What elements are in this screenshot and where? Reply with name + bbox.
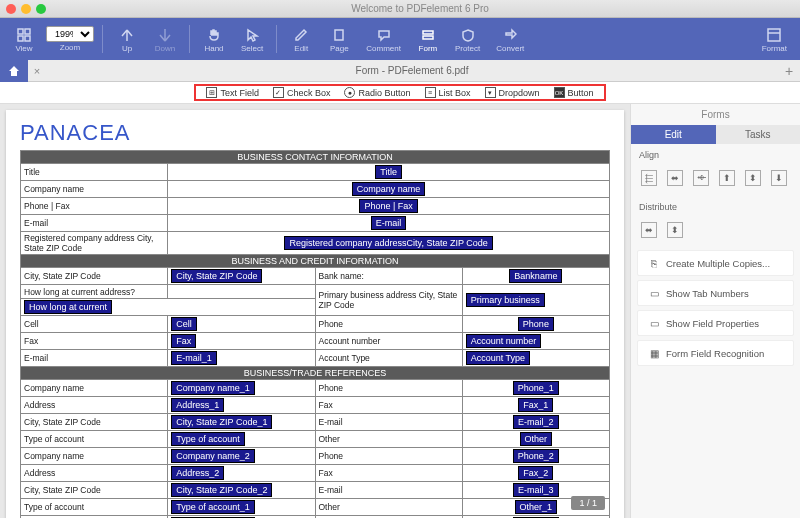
panel-title: Forms bbox=[631, 104, 800, 125]
align-bottom-icon[interactable]: ⬇ bbox=[771, 170, 787, 186]
form-field[interactable]: Account Type bbox=[466, 351, 530, 365]
hand-button[interactable]: Hand bbox=[198, 24, 230, 55]
form-field[interactable]: Fax bbox=[171, 334, 196, 348]
field-recognition-item[interactable]: ▦Form Field Recognition bbox=[637, 340, 794, 366]
form-field[interactable]: Fax_1 bbox=[518, 398, 553, 412]
form-field[interactable]: Fax_2 bbox=[518, 466, 553, 480]
select-button[interactable]: Select bbox=[236, 24, 268, 55]
document-viewport[interactable]: PANACEA BUSINESS CONTACT INFORMATION Tit… bbox=[0, 104, 630, 518]
show-tab-numbers-item[interactable]: ▭Show Tab Numbers bbox=[637, 280, 794, 306]
close-tab-icon[interactable]: × bbox=[28, 65, 46, 77]
form-table: BUSINESS CONTACT INFORMATION TitleTitle … bbox=[20, 150, 610, 518]
page-button[interactable]: Page bbox=[323, 24, 355, 55]
align-label: Align bbox=[631, 144, 800, 166]
button-icon: OK bbox=[554, 87, 565, 98]
distribute-icons: ⬌ ⬍ bbox=[631, 218, 800, 248]
form-field[interactable]: E-mail_2 bbox=[513, 415, 559, 429]
form-field[interactable]: Type of account bbox=[171, 432, 245, 446]
tab-tasks[interactable]: Tasks bbox=[716, 125, 801, 144]
convert-button[interactable]: Convert bbox=[491, 24, 529, 55]
radio-tool[interactable]: ●Radio Button bbox=[344, 87, 410, 98]
view-button[interactable]: View bbox=[8, 24, 40, 55]
form-field[interactable]: City, State ZIP Code_2 bbox=[171, 483, 272, 497]
form-field[interactable]: Cell bbox=[171, 317, 197, 331]
zoom-group: 199% Zoom bbox=[46, 26, 94, 52]
svg-rect-4 bbox=[335, 30, 343, 40]
comment-button[interactable]: Comment bbox=[361, 24, 406, 55]
align-middle-icon[interactable]: ⬍ bbox=[745, 170, 761, 186]
tabnum-icon: ▭ bbox=[648, 287, 660, 299]
form-button[interactable]: Form bbox=[412, 24, 444, 55]
form-field[interactable]: Bankname bbox=[509, 269, 562, 283]
close-window-icon[interactable] bbox=[6, 4, 16, 14]
section-header: BUSINESS AND CREDIT INFORMATION bbox=[21, 255, 610, 268]
textfield-tool[interactable]: ⊞Text Field bbox=[206, 87, 259, 98]
maximize-window-icon[interactable] bbox=[36, 4, 46, 14]
form-field[interactable]: Phone bbox=[518, 317, 554, 331]
distribute-h-icon[interactable]: ⬌ bbox=[641, 222, 657, 238]
format-button[interactable]: Format bbox=[757, 24, 792, 55]
dropdown-tool[interactable]: ▾Dropdown bbox=[485, 87, 540, 98]
protect-button[interactable]: Protect bbox=[450, 24, 485, 55]
align-center-icon[interactable]: ⬌ bbox=[667, 170, 683, 186]
align-left-icon[interactable]: ⬱ bbox=[641, 170, 657, 186]
show-properties-item[interactable]: ▭Show Field Properties bbox=[637, 310, 794, 336]
form-field[interactable]: Phone | Fax bbox=[359, 199, 417, 213]
form-field[interactable]: Phone_2 bbox=[513, 449, 559, 463]
panel-tabs: Edit Tasks bbox=[631, 125, 800, 144]
form-field[interactable]: Other bbox=[520, 432, 553, 446]
section-header: BUSINESS/TRADE REFERENCES bbox=[21, 367, 610, 380]
align-icons: ⬱ ⬌ ⬲ ⬆ ⬍ ⬇ bbox=[631, 166, 800, 196]
props-icon: ▭ bbox=[648, 317, 660, 329]
copies-icon: ⎘ bbox=[648, 257, 660, 269]
page-indicator: 1 / 1 bbox=[571, 496, 605, 510]
form-field[interactable]: How long at current bbox=[24, 300, 112, 314]
down-button[interactable]: Down bbox=[149, 24, 181, 55]
up-button[interactable]: Up bbox=[111, 24, 143, 55]
form-field[interactable]: City, State ZIP Code_1 bbox=[171, 415, 272, 429]
form-field[interactable]: City, State ZIP Code bbox=[171, 269, 262, 283]
ribbon-toolbar: View 199% Zoom Up Down Hand Select Edit … bbox=[0, 18, 800, 60]
form-field[interactable]: Primary business bbox=[466, 293, 545, 307]
tab-edit[interactable]: Edit bbox=[631, 125, 716, 144]
minimize-window-icon[interactable] bbox=[21, 4, 31, 14]
button-tool[interactable]: OKButton bbox=[554, 87, 594, 98]
form-field[interactable]: E-mail bbox=[371, 216, 407, 230]
window-title: Welcome to PDFelement 6 Pro bbox=[46, 3, 794, 14]
svg-rect-3 bbox=[25, 36, 30, 41]
zoom-select[interactable]: 199% bbox=[46, 26, 94, 42]
form-field[interactable]: Phone_1 bbox=[513, 381, 559, 395]
svg-rect-0 bbox=[18, 29, 23, 34]
svg-rect-6 bbox=[423, 36, 433, 39]
form-field[interactable]: Account number bbox=[466, 334, 542, 348]
form-field[interactable]: Title bbox=[375, 165, 402, 179]
form-field[interactable]: Address_1 bbox=[171, 398, 224, 412]
form-field[interactable]: Company name bbox=[352, 182, 426, 196]
section-header: BUSINESS CONTACT INFORMATION bbox=[21, 151, 610, 164]
radio-icon: ● bbox=[344, 87, 355, 98]
form-field[interactable]: Other_1 bbox=[515, 500, 558, 514]
form-field[interactable]: Type of account_1 bbox=[171, 500, 255, 514]
checkbox-tool[interactable]: ✓Check Box bbox=[273, 87, 331, 98]
form-field[interactable]: Registered company addressCity, State ZI… bbox=[284, 236, 492, 250]
align-right-icon[interactable]: ⬲ bbox=[693, 170, 709, 186]
form-field[interactable]: Company name_1 bbox=[171, 381, 255, 395]
form-field[interactable]: E-mail_1 bbox=[171, 351, 217, 365]
new-tab-button[interactable]: + bbox=[778, 63, 800, 79]
form-toolbar: ⊞Text Field ✓Check Box ●Radio Button ≡Li… bbox=[0, 82, 800, 104]
window-controls bbox=[6, 4, 46, 14]
home-button[interactable] bbox=[0, 60, 28, 82]
listbox-tool[interactable]: ≡List Box bbox=[425, 87, 471, 98]
titlebar: Welcome to PDFelement 6 Pro bbox=[0, 0, 800, 18]
form-field[interactable]: Company name_2 bbox=[171, 449, 255, 463]
main-area: PANACEA BUSINESS CONTACT INFORMATION Tit… bbox=[0, 104, 800, 518]
form-field[interactable]: E-mail_3 bbox=[513, 483, 559, 497]
pdf-page: PANACEA BUSINESS CONTACT INFORMATION Tit… bbox=[6, 110, 624, 518]
distribute-label: Distribute bbox=[631, 196, 800, 218]
form-field[interactable]: Address_2 bbox=[171, 466, 224, 480]
align-top-icon[interactable]: ⬆ bbox=[719, 170, 735, 186]
dropdown-icon: ▾ bbox=[485, 87, 496, 98]
create-copies-item[interactable]: ⎘Create Multiple Copies... bbox=[637, 250, 794, 276]
distribute-v-icon[interactable]: ⬍ bbox=[667, 222, 683, 238]
edit-button[interactable]: Edit bbox=[285, 24, 317, 55]
